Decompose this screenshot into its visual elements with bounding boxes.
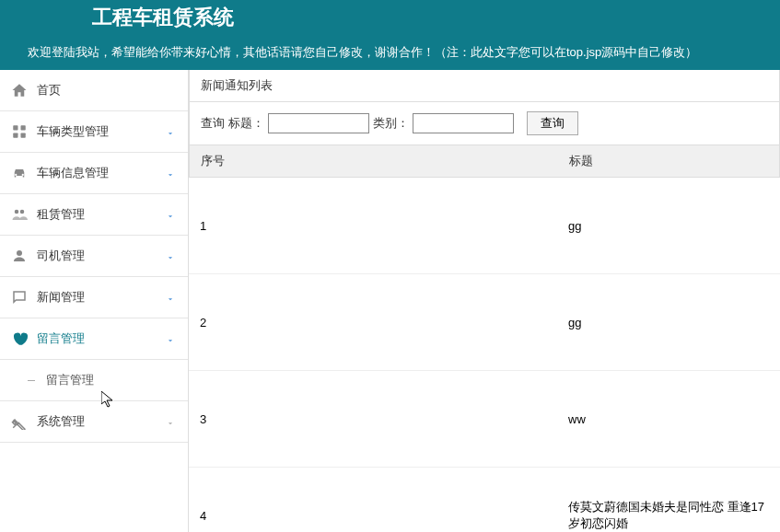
sidebar-item-rental[interactable]: 租赁管理 xyxy=(0,194,188,236)
sidebar-item-label: 新闻管理 xyxy=(37,289,177,306)
sidebar-item-label: 留言管理 xyxy=(37,330,177,347)
sidebar-item-home[interactable]: 首页 xyxy=(0,70,188,111)
data-table: 序号 标题 1 gg 2 gg 3 ww 4 传莫文蔚德国未婚夫是同性恋 重逢1… xyxy=(189,145,780,532)
sidebar-item-label: 首页 xyxy=(37,82,177,98)
search-title-input[interactable] xyxy=(268,113,369,133)
svg-rect-2 xyxy=(13,133,17,138)
table-row[interactable]: 4 传莫文蔚德国未婚夫是同性恋 重逢17岁初恋闪婚 xyxy=(189,468,780,532)
chat-icon xyxy=(11,289,28,306)
column-title: 标题 xyxy=(558,145,779,177)
cell-title: gg xyxy=(557,308,780,337)
search-title-label: 标题： xyxy=(228,115,264,132)
grid-icon xyxy=(11,123,28,140)
people-icon xyxy=(11,206,28,223)
tools-icon xyxy=(11,413,28,430)
cell-title: ww xyxy=(557,405,780,434)
sidebar-item-label: 租赁管理 xyxy=(37,206,177,223)
chevron-down-icon xyxy=(166,251,175,260)
chevron-down-icon xyxy=(166,210,175,219)
sidebar-item-message[interactable]: 留言管理 xyxy=(0,318,188,360)
sidebar-item-label: 车辆类型管理 xyxy=(37,123,177,140)
search-bar: 查询 标题： 类别： 查询 xyxy=(189,102,780,145)
svg-rect-0 xyxy=(13,125,17,130)
svg-point-4 xyxy=(15,210,19,214)
svg-rect-1 xyxy=(21,125,26,130)
car-icon xyxy=(11,165,28,181)
chevron-down-icon xyxy=(166,168,175,178)
table-row[interactable]: 2 gg xyxy=(189,274,780,371)
sidebar-item-vehicle-type[interactable]: 车辆类型管理 xyxy=(0,111,188,153)
search-prefix: 查询 xyxy=(201,115,225,132)
chevron-down-icon xyxy=(166,334,175,343)
sidebar-item-driver[interactable]: 司机管理 xyxy=(0,236,188,277)
sidebar-item-label: 车辆信息管理 xyxy=(37,165,177,181)
home-icon xyxy=(11,82,28,98)
person-icon xyxy=(11,248,28,264)
table-row[interactable]: 3 ww xyxy=(189,371,780,468)
main-content: 新闻通知列表 查询 标题： 类别： 查询 序号 标题 1 gg 2 gg xyxy=(189,70,780,532)
chevron-down-icon xyxy=(166,293,175,302)
sidebar-item-news[interactable]: 新闻管理 xyxy=(0,277,188,318)
search-button[interactable]: 查询 xyxy=(527,111,578,135)
svg-point-6 xyxy=(17,250,22,256)
cell-title: gg xyxy=(557,212,780,240)
sidebar-item-system[interactable]: 系统管理 xyxy=(0,401,188,443)
column-seq: 序号 xyxy=(190,145,558,177)
cell-title: 传莫文蔚德国未婚夫是同性恋 重逢17岁初恋闪婚 xyxy=(557,492,780,532)
panel-title: 新闻通知列表 xyxy=(189,70,780,102)
search-category-input[interactable] xyxy=(413,113,514,133)
sidebar-subitem-message[interactable]: 留言管理 xyxy=(0,360,188,401)
app-title: 工程车租赁系统 xyxy=(0,0,780,35)
sidebar-subitem-label: 留言管理 xyxy=(46,373,94,387)
sidebar-item-vehicle-info[interactable]: 车辆信息管理 xyxy=(0,153,188,194)
cell-seq: 4 xyxy=(189,502,557,530)
sidebar-item-label: 司机管理 xyxy=(37,248,177,264)
welcome-banner: 欢迎登陆我站，希望能给你带来好心情，其他话语请您自己修改，谢谢合作！（注：此处文… xyxy=(0,35,780,70)
table-row[interactable]: 1 gg xyxy=(189,178,780,274)
cell-seq: 2 xyxy=(189,308,557,337)
svg-rect-3 xyxy=(21,133,26,138)
chevron-down-icon xyxy=(166,127,175,136)
sidebar-item-label: 系统管理 xyxy=(37,413,177,430)
svg-point-5 xyxy=(20,210,25,214)
cell-seq: 1 xyxy=(189,212,557,240)
search-category-label: 类别： xyxy=(373,115,409,132)
sidebar: 首页 车辆类型管理 车辆信息管理 租赁管理 xyxy=(0,70,189,532)
cell-seq: 3 xyxy=(189,405,557,434)
chevron-down-icon xyxy=(166,417,175,426)
table-header: 序号 标题 xyxy=(189,145,780,178)
heart-icon xyxy=(11,330,28,347)
